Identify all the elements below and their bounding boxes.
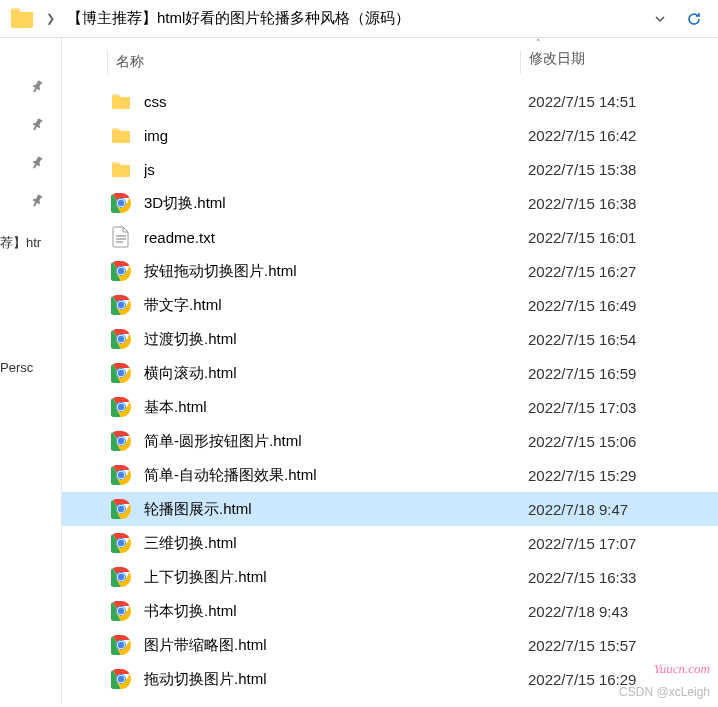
file-name: readme.txt: [144, 229, 520, 246]
svg-point-38: [118, 642, 124, 648]
file-name: 简单-圆形按钮图片.html: [144, 432, 520, 451]
pin-icon[interactable]: [0, 144, 61, 182]
file-date: 2022/7/15 17:03: [520, 399, 718, 416]
file-row[interactable]: 3D切换.html2022/7/15 16:38: [62, 186, 718, 220]
chrome-icon: [108, 260, 134, 282]
pin-icon[interactable]: [0, 68, 61, 106]
chrome-icon: [108, 566, 134, 588]
file-name: css: [144, 93, 520, 110]
file-row[interactable]: 上下切换图片.html2022/7/15 16:33: [62, 560, 718, 594]
chrome-icon: [108, 362, 134, 384]
file-name: 轮播图展示.html: [144, 500, 520, 519]
file-date: 2022/7/15 15:38: [520, 161, 718, 178]
file-row[interactable]: 简单-自动轮播图效果.html2022/7/15 15:29: [62, 458, 718, 492]
file-date: 2022/7/15 16:38: [520, 195, 718, 212]
file-row[interactable]: 简单-圆形按钮图片.html2022/7/15 15:06: [62, 424, 718, 458]
file-row[interactable]: img2022/7/15 16:42: [62, 118, 718, 152]
file-name: 基本.html: [144, 398, 520, 417]
file-date: 2022/7/18 9:47: [520, 501, 718, 518]
file-name: js: [144, 161, 520, 178]
sort-ascending-icon: ˄: [536, 38, 541, 48]
content-pane: ˄ 名称 修改日期 css2022/7/15 14:51img2022/7/15…: [62, 38, 718, 705]
file-name: 三维切换.html: [144, 534, 520, 553]
file-name: 带文字.html: [144, 296, 520, 315]
sidebar-item[interactable]: 荐】htr: [0, 220, 61, 256]
file-date: 2022/7/15 16:33: [520, 569, 718, 586]
path-title[interactable]: 【博主推荐】html好看的图片轮播多种风格（源码）: [67, 9, 640, 28]
text-icon: [108, 226, 134, 248]
watermark: Yuucn.com: [654, 661, 710, 677]
file-name: 上下切换图片.html: [144, 568, 520, 587]
file-row[interactable]: 轮播图展示.html2022/7/18 9:47: [62, 492, 718, 526]
path-dropdown-button[interactable]: [648, 7, 672, 31]
svg-point-8: [118, 302, 124, 308]
main-area: 荐】htr Persc ˄ 名称 修改日期 css2022/7/15 14:51…: [0, 38, 718, 705]
svg-point-2: [118, 200, 124, 206]
file-name: 过渡切换.html: [144, 330, 520, 349]
file-date: 2022/7/15 16:49: [520, 297, 718, 314]
svg-point-23: [118, 472, 124, 478]
file-date: 2022/7/15 16:54: [520, 331, 718, 348]
folder-icon: [108, 158, 134, 180]
sidebar: 荐】htr Persc: [0, 38, 62, 705]
file-name: 横向滚动.html: [144, 364, 520, 383]
file-name: 按钮拖动切换图片.html: [144, 262, 520, 281]
pin-icon[interactable]: [0, 106, 61, 144]
file-row[interactable]: 横向滚动.html2022/7/15 16:59: [62, 356, 718, 390]
svg-point-11: [118, 336, 124, 342]
file-name: img: [144, 127, 520, 144]
folder-icon: [108, 90, 134, 112]
file-date: 2022/7/15 15:29: [520, 467, 718, 484]
sidebar-item[interactable]: Persc: [0, 346, 61, 379]
header-spacer: [62, 50, 108, 74]
svg-point-29: [118, 540, 124, 546]
pin-icon[interactable]: [0, 182, 61, 220]
file-row[interactable]: 带文字.html2022/7/15 16:49: [62, 288, 718, 322]
chrome-icon: [108, 600, 134, 622]
file-name: 简单-自动轮播图效果.html: [144, 466, 520, 485]
svg-point-17: [118, 404, 124, 410]
folder-icon: [108, 124, 134, 146]
file-date: 2022/7/15 14:51: [520, 93, 718, 110]
column-header-date[interactable]: 修改日期: [520, 50, 718, 74]
chrome-icon: [108, 464, 134, 486]
svg-point-35: [118, 608, 124, 614]
file-date: 2022/7/15 17:07: [520, 535, 718, 552]
file-row[interactable]: 基本.html2022/7/15 17:03: [62, 390, 718, 424]
column-headers: ˄ 名称 修改日期: [62, 38, 718, 84]
file-row[interactable]: js2022/7/15 15:38: [62, 152, 718, 186]
file-row[interactable]: css2022/7/15 14:51: [62, 84, 718, 118]
column-header-name[interactable]: 名称: [108, 50, 520, 74]
file-date: 2022/7/15 15:06: [520, 433, 718, 450]
chrome-icon: [108, 396, 134, 418]
file-list[interactable]: css2022/7/15 14:51img2022/7/15 16:42js20…: [62, 84, 718, 705]
file-date: 2022/7/15 15:57: [520, 637, 718, 654]
file-row[interactable]: 图片带缩略图.html2022/7/15 15:57: [62, 628, 718, 662]
file-row[interactable]: 过渡切换.html2022/7/15 16:54: [62, 322, 718, 356]
file-name: 图片带缩略图.html: [144, 636, 520, 655]
file-row[interactable]: 按钮拖动切换图片.html2022/7/15 16:27: [62, 254, 718, 288]
svg-point-20: [118, 438, 124, 444]
breadcrumb-chevron-icon[interactable]: ❯: [42, 12, 59, 25]
file-name: 书本切换.html: [144, 602, 520, 621]
svg-point-26: [118, 506, 124, 512]
svg-point-41: [118, 676, 124, 682]
file-name: 拖动切换图片.html: [144, 670, 520, 689]
file-date: 2022/7/15 16:42: [520, 127, 718, 144]
refresh-button[interactable]: [680, 7, 708, 31]
chrome-icon: [108, 192, 134, 214]
chrome-icon: [108, 634, 134, 656]
svg-point-32: [118, 574, 124, 580]
file-row[interactable]: readme.txt2022/7/15 16:01: [62, 220, 718, 254]
chrome-icon: [108, 498, 134, 520]
chrome-icon: [108, 328, 134, 350]
file-row[interactable]: 书本切换.html2022/7/18 9:43: [62, 594, 718, 628]
file-row[interactable]: 三维切换.html2022/7/15 17:07: [62, 526, 718, 560]
svg-point-5: [118, 268, 124, 274]
file-date: 2022/7/15 16:27: [520, 263, 718, 280]
address-bar: ❯ 【博主推荐】html好看的图片轮播多种风格（源码）: [0, 0, 718, 38]
file-date: 2022/7/18 9:43: [520, 603, 718, 620]
folder-icon: [10, 6, 34, 31]
file-name: 3D切换.html: [144, 194, 520, 213]
chrome-icon: [108, 532, 134, 554]
